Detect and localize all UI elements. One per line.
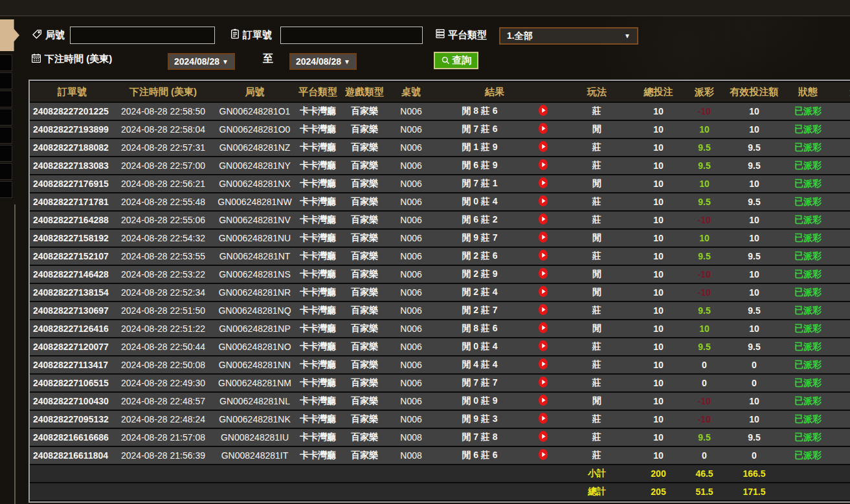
cell-platform: 卡卡灣廳 bbox=[298, 266, 338, 283]
cell-result: 閒 0 莊 4 bbox=[431, 193, 528, 210]
play-icon[interactable] bbox=[539, 358, 548, 369]
cell-bet-time: 2024-08-28 22:50:44 bbox=[115, 338, 212, 355]
cell-play-type: 閒 bbox=[558, 175, 636, 192]
sidebar-edge-line bbox=[14, 204, 16, 504]
cell-platform: 卡卡灣廳 bbox=[298, 447, 338, 464]
cell-total-bet: 10 bbox=[636, 284, 681, 301]
cell-cutoff bbox=[835, 175, 850, 192]
table-row: 240828216611804 2024-08-28 21:56:39 GN00… bbox=[30, 447, 850, 464]
cell-table-no: N006 bbox=[391, 103, 431, 120]
cell-result: 閒 8 莊 6 bbox=[431, 103, 528, 120]
sidebar-active-tab[interactable] bbox=[0, 19, 19, 51]
col-game-no: 局號 bbox=[212, 82, 298, 102]
play-icon[interactable] bbox=[539, 105, 548, 116]
cell-game-no: GN006248281O0 bbox=[212, 121, 298, 138]
cell-payout: 10 bbox=[681, 121, 728, 138]
cell-platform: 卡卡灣廳 bbox=[298, 121, 338, 138]
cell-game-no: GN006248281NX bbox=[212, 175, 298, 192]
sidebar-item[interactable] bbox=[0, 163, 12, 180]
cell-platform: 卡卡灣廳 bbox=[298, 157, 338, 174]
cell-table-no: N006 bbox=[391, 411, 431, 428]
sidebar-item[interactable] bbox=[0, 109, 12, 126]
platform-type-select[interactable]: 1.全部 ▼ bbox=[499, 27, 638, 45]
total-payout: 51.5 bbox=[681, 483, 728, 500]
cell-bet-time: 2024-08-28 21:56:39 bbox=[115, 447, 212, 464]
cell-payout: -10 bbox=[681, 393, 728, 410]
cell-status: 已派彩 bbox=[781, 429, 835, 446]
date-to-select[interactable]: 2024/08/28 ▼ bbox=[289, 53, 357, 70]
order-no-input[interactable] bbox=[280, 27, 423, 44]
order-no-label: 訂單號 bbox=[243, 29, 272, 41]
cell-result: 閒 4 莊 4 bbox=[431, 356, 528, 373]
cell-platform: 卡卡灣廳 bbox=[298, 356, 338, 373]
search-button[interactable]: 查詢 bbox=[434, 52, 478, 69]
play-icon[interactable] bbox=[539, 159, 548, 170]
cell-order-no: 240828227138154 bbox=[30, 284, 115, 301]
cell-game-type: 百家樂 bbox=[338, 356, 391, 373]
play-icon[interactable] bbox=[539, 286, 548, 297]
table-row: 240828227176915 2024-08-28 22:56:21 GN00… bbox=[30, 175, 850, 192]
cell-table-no: N006 bbox=[391, 375, 431, 391]
sidebar-item[interactable] bbox=[0, 127, 12, 144]
cell-replay bbox=[528, 157, 558, 174]
date-from-select[interactable]: 2024/08/28 ▼ bbox=[168, 53, 235, 70]
platform-list-icon bbox=[434, 28, 446, 39]
cell-status: 已派彩 bbox=[781, 121, 835, 138]
play-icon[interactable] bbox=[539, 377, 548, 388]
total-bet: 205 bbox=[636, 483, 681, 500]
cell-table-no: N008 bbox=[391, 429, 431, 446]
play-icon[interactable] bbox=[539, 340, 548, 351]
sidebar-item[interactable] bbox=[0, 145, 12, 162]
cell-status: 已派彩 bbox=[781, 375, 835, 391]
cell-valid-bet: 10 bbox=[728, 411, 781, 428]
play-icon[interactable] bbox=[539, 304, 548, 315]
cell-game-type: 百家樂 bbox=[338, 429, 391, 446]
cell-total-bet: 10 bbox=[636, 157, 681, 174]
sidebar-item[interactable] bbox=[0, 91, 12, 107]
game-no-input[interactable] bbox=[70, 27, 215, 44]
tag-icon bbox=[31, 28, 43, 40]
cell-order-no: 240828227152107 bbox=[30, 248, 115, 265]
play-icon[interactable] bbox=[539, 123, 548, 134]
cell-cutoff bbox=[835, 338, 850, 355]
records-body: 240828227201225 2024-08-28 22:58:50 GN00… bbox=[30, 103, 850, 464]
cell-cutoff bbox=[835, 375, 850, 391]
play-icon[interactable] bbox=[539, 232, 548, 243]
cell-total-bet: 10 bbox=[636, 393, 681, 410]
sidebar-item[interactable] bbox=[0, 72, 12, 89]
table-row: 240828227126416 2024-08-28 22:51:22 GN00… bbox=[30, 320, 850, 337]
table-row: 240828227146428 2024-08-28 22:53:22 GN00… bbox=[30, 266, 850, 283]
sidebar-item[interactable] bbox=[0, 181, 12, 198]
play-icon[interactable] bbox=[539, 395, 548, 406]
col-bet-time: 下注時間 (美東) bbox=[115, 82, 212, 102]
cell-valid-bet: 9.5 bbox=[728, 139, 781, 156]
cell-valid-bet: 10 bbox=[728, 320, 781, 337]
cell-platform: 卡卡灣廳 bbox=[298, 103, 338, 120]
top-bar bbox=[0, 0, 850, 16]
cell-valid-bet: 9.5 bbox=[728, 157, 781, 174]
play-icon[interactable] bbox=[539, 195, 548, 206]
play-icon[interactable] bbox=[539, 268, 548, 279]
cell-replay bbox=[528, 284, 558, 301]
cell-bet-time: 2024-08-28 22:58:04 bbox=[115, 121, 212, 138]
col-game-type: 遊戲類型 bbox=[338, 82, 391, 102]
play-icon[interactable] bbox=[539, 177, 548, 188]
cell-total-bet: 10 bbox=[636, 375, 681, 391]
sidebar-item[interactable] bbox=[0, 54, 12, 71]
cell-order-no: 240828227113417 bbox=[30, 356, 115, 373]
play-icon[interactable] bbox=[539, 431, 548, 442]
play-icon[interactable] bbox=[539, 214, 548, 225]
play-icon[interactable] bbox=[539, 449, 548, 460]
play-icon[interactable] bbox=[539, 322, 548, 333]
cell-total-bet: 10 bbox=[636, 411, 681, 428]
play-icon[interactable] bbox=[539, 141, 548, 152]
play-icon[interactable] bbox=[539, 250, 548, 261]
cell-valid-bet: 10 bbox=[728, 175, 781, 192]
cell-table-no: N006 bbox=[391, 193, 431, 210]
cell-payout: 9.5 bbox=[681, 157, 728, 174]
play-icon[interactable] bbox=[539, 413, 548, 424]
cell-total-bet: 10 bbox=[636, 212, 681, 228]
table-row: 240828227164288 2024-08-28 22:55:06 GN00… bbox=[30, 212, 850, 228]
cell-result: 閒 9 莊 7 bbox=[431, 230, 528, 247]
cell-bet-time: 2024-08-28 22:57:00 bbox=[115, 157, 212, 174]
